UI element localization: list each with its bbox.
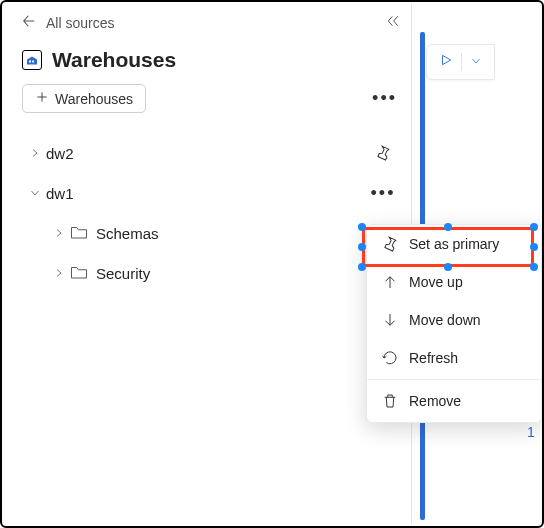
line-number: 1 — [527, 424, 535, 440]
chevron-right-icon[interactable] — [48, 267, 70, 279]
chevron-down-icon[interactable] — [24, 187, 46, 199]
pin-icon[interactable] — [369, 144, 397, 162]
run-button-group — [426, 44, 495, 80]
app-frame: All sources Warehouses Warehouses ••• — [0, 0, 544, 528]
play-icon[interactable] — [439, 53, 453, 71]
menu-move-up[interactable]: Move up — [367, 263, 541, 301]
svg-rect-0 — [29, 61, 31, 63]
tree-item-schemas[interactable]: Schemas — [24, 213, 397, 253]
menu-label: Remove — [409, 393, 461, 409]
row-more-icon[interactable]: ••• — [369, 183, 397, 204]
menu-separator — [367, 379, 541, 380]
tree-item-security[interactable]: Security — [24, 253, 397, 293]
menu-remove[interactable]: Remove — [367, 382, 541, 420]
separator — [461, 53, 462, 71]
tree: dw2 dw1 ••• Schemas — [4, 123, 411, 293]
tree-label: dw1 — [46, 185, 369, 202]
toolbar-more-icon[interactable]: ••• — [372, 88, 397, 109]
sidebar-panel: All sources Warehouses Warehouses ••• — [4, 4, 412, 524]
add-warehouse-button[interactable]: Warehouses — [22, 84, 146, 113]
warehouse-icon — [22, 50, 42, 70]
menu-label: Refresh — [409, 350, 458, 366]
tree-item-dw1[interactable]: dw1 ••• — [24, 173, 397, 213]
tree-label: Schemas — [96, 225, 397, 242]
context-menu: Set as primary Move up Move down Refresh… — [366, 224, 542, 423]
breadcrumb-row: All sources — [4, 10, 411, 36]
menu-label: Move down — [409, 312, 481, 328]
chevron-down-icon[interactable] — [470, 53, 482, 71]
collapse-panel-icon[interactable] — [385, 13, 401, 33]
breadcrumb-label[interactable]: All sources — [46, 15, 385, 31]
tree-label: dw2 — [46, 145, 369, 162]
chevron-right-icon[interactable] — [48, 227, 70, 239]
menu-label: Set as primary — [409, 236, 499, 252]
svg-rect-1 — [32, 61, 34, 63]
tree-label: Security — [96, 265, 397, 282]
folder-icon — [70, 224, 88, 243]
toolbar-row: Warehouses ••• — [4, 78, 411, 123]
folder-icon — [70, 264, 88, 283]
menu-set-primary[interactable]: Set as primary — [367, 225, 541, 263]
menu-label: Move up — [409, 274, 463, 290]
tree-item-dw2[interactable]: dw2 — [24, 133, 397, 173]
plus-icon — [35, 90, 49, 107]
menu-refresh[interactable]: Refresh — [367, 339, 541, 377]
menu-move-down[interactable]: Move down — [367, 301, 541, 339]
title-row: Warehouses — [4, 36, 411, 78]
chevron-right-icon[interactable] — [24, 147, 46, 159]
page-title: Warehouses — [52, 48, 176, 72]
back-arrow-icon[interactable] — [20, 12, 38, 34]
add-warehouse-label: Warehouses — [55, 91, 133, 107]
